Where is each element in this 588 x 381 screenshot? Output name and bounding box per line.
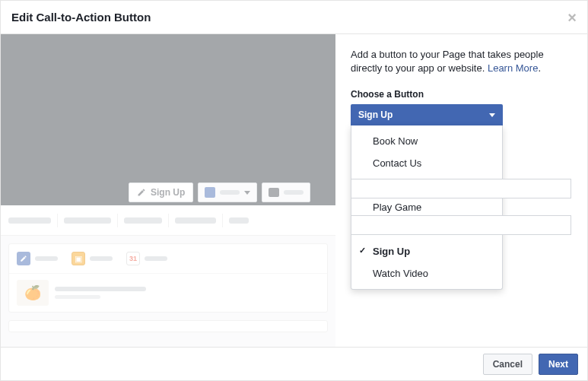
modal-title: Edit Call-to-Action Button — [11, 11, 151, 24]
website-input[interactable] — [351, 179, 571, 198]
next-button[interactable]: Next — [539, 354, 578, 375]
edit-cta-modal: Edit Call-to-Action Button × Sign Up — [0, 0, 588, 381]
dropdown-list: Book Now Contact Us Use App Play Game Sh… — [351, 125, 503, 290]
page-nav-tabs — [1, 205, 335, 236]
config-panel: Add a button to your Page that takes peo… — [335, 34, 587, 347]
dropdown-option-contact-us[interactable]: Contact Us — [351, 152, 502, 174]
modal-body: Sign Up — [1, 34, 587, 347]
speech-bubble-icon — [269, 188, 279, 197]
photo-icon: ▣ — [72, 252, 85, 265]
learn-more-link[interactable]: Learn More — [488, 62, 538, 74]
page-action-bar: Sign Up — [1, 179, 335, 205]
card-placeholder — [8, 320, 328, 332]
cta-preview-button[interactable]: Sign Up — [129, 183, 193, 202]
composer-photo[interactable]: ▣ — [72, 252, 113, 265]
dropdown-option-sign-up[interactable]: Sign Up — [351, 240, 502, 262]
close-icon[interactable]: × — [567, 10, 577, 25]
app-link-input[interactable] — [351, 215, 571, 235]
chevron-down-icon — [244, 191, 250, 195]
pencil-icon — [17, 252, 30, 265]
message-button[interactable] — [262, 183, 310, 202]
cta-preview-label: Sign Up — [151, 187, 185, 198]
tab-placeholder — [64, 217, 111, 224]
cover-photo: Sign Up — [1, 34, 335, 205]
dropdown-option-watch-video[interactable]: Watch Video — [351, 262, 502, 284]
avatar: 🍊 — [17, 280, 49, 306]
tab-placeholder — [124, 217, 162, 224]
calendar-icon: 31 — [126, 252, 140, 265]
description-text: Add a button to your Page that takes peo… — [351, 48, 572, 75]
dropdown-selected-label: Sign Up — [358, 110, 393, 120]
choose-button-label: Choose a Button — [351, 89, 572, 100]
tab-placeholder — [8, 217, 51, 224]
composer-row: ▣ 31 — [9, 244, 327, 273]
modal-footer: Cancel Next — [1, 347, 587, 380]
dropdown-option-book-now[interactable]: Book Now — [351, 130, 502, 152]
tab-placeholder — [229, 217, 249, 224]
composer-event[interactable]: 31 — [126, 252, 167, 265]
like-button[interactable] — [198, 183, 257, 202]
tab-placeholder — [175, 217, 216, 224]
page-preview: Sign Up — [1, 34, 335, 347]
pencil-icon — [137, 188, 146, 197]
cancel-button[interactable]: Cancel — [483, 354, 532, 375]
modal-header: Edit Call-to-Action Button × — [1, 1, 587, 34]
composer-status[interactable] — [17, 252, 58, 265]
composer-card: ▣ 31 🍊 — [8, 243, 328, 313]
chevron-down-icon — [489, 113, 495, 117]
post-preview: 🍊 — [9, 273, 327, 312]
thumb-icon — [205, 187, 215, 198]
dropdown-header[interactable]: Sign Up — [351, 104, 503, 125]
